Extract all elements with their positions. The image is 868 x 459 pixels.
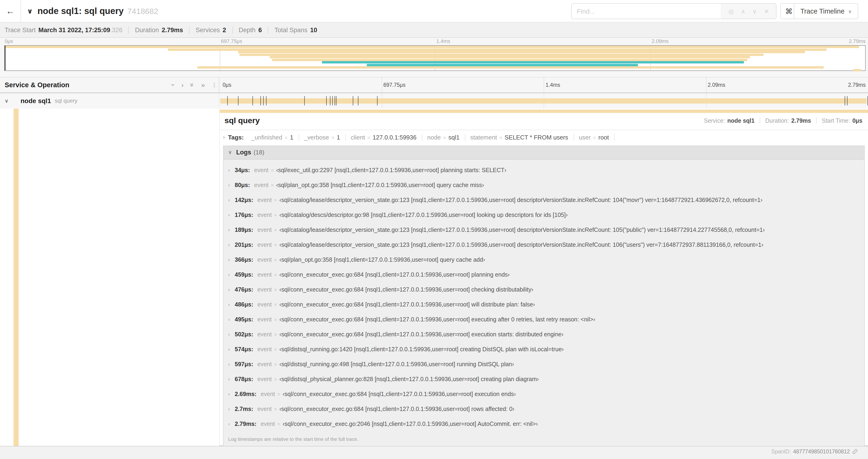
trace-name: node sql1: sql query: [37, 6, 124, 16]
log-field-key: event: [257, 331, 272, 337]
log-marker[interactable]: [332, 96, 333, 105]
log-entry-row[interactable]: › 476μs: event = ‹sql/conn_executor_exec…: [223, 282, 864, 297]
service-value: node sql1: [727, 117, 754, 124]
tags-summary-row[interactable]: › Tags: _unfinished = 1 _verbose =: [220, 130, 868, 144]
log-entry-row[interactable]: › 495μs: event = ‹sql/conn_executor_exec…: [223, 312, 864, 327]
log-entry-row[interactable]: › 201μs: event = ‹sql/catalog/lease/desc…: [223, 237, 864, 252]
minimap-span-bar: [367, 64, 638, 66]
tag-pill: _unfinished = 1: [246, 134, 299, 141]
collapse-all-double-chevron-down-icon[interactable]: »: [189, 83, 196, 87]
focus-target-icon[interactable]: ◎: [728, 8, 734, 15]
log-marker[interactable]: [334, 96, 335, 105]
tag-equals: =: [331, 135, 334, 140]
log-entry-row[interactable]: › 459μs: event = ‹sql/conn_executor_exec…: [223, 267, 864, 282]
log-entry-row[interactable]: › 80μs: event = ‹sql/plan_opt.go:358 [ns…: [223, 177, 864, 192]
log-entry-row[interactable]: › 574μs: event = ‹sql/distsql_running.go…: [223, 342, 864, 357]
log-field-key: event: [257, 197, 272, 203]
logs-title: Logs: [236, 149, 251, 156]
log-field-key: event: [257, 346, 272, 352]
log-field-key: event: [254, 182, 268, 188]
find-input[interactable]: [572, 4, 721, 19]
collapse-controls: › › » »: [172, 81, 205, 89]
log-marker[interactable]: [867, 96, 868, 105]
log-marker[interactable]: [263, 96, 264, 105]
span-id-label: SpanID:: [771, 449, 791, 454]
log-equals: =: [277, 391, 280, 397]
clear-search-icon[interactable]: ✕: [764, 8, 769, 15]
log-marker[interactable]: [238, 96, 239, 105]
header-bar: ← ∨ node sql1: sql query 7418682 ◎ ∧ ∨ ✕…: [0, 0, 868, 22]
view-selector-button[interactable]: Trace Timeline ∨: [794, 3, 858, 19]
back-button[interactable]: ←: [0, 0, 21, 22]
log-field-value: ‹sql/plan_opt.go:358 [nsql1,client=127.0…: [276, 182, 484, 188]
log-marker[interactable]: [358, 96, 359, 105]
log-entry-row[interactable]: › 34μs: event = ‹sql/exec_util.go:2297 […: [223, 163, 864, 177]
log-marker[interactable]: [266, 96, 267, 105]
next-match-chevron-down-icon[interactable]: ∨: [752, 8, 757, 15]
minimap-tick-label: 2.09ms: [652, 38, 669, 44]
log-marker[interactable]: [336, 96, 337, 105]
minimap-scrubber-handle[interactable]: [5, 46, 6, 70]
log-entry-row[interactable]: › 502μs: event = ‹sql/conn_executor_exec…: [223, 327, 864, 342]
tag-equals: =: [443, 135, 446, 140]
span-row-name-cell[interactable]: ∨ node sql1 sql query: [0, 93, 219, 108]
copy-link-icon[interactable]: [852, 449, 858, 454]
log-field-key: event: [257, 271, 272, 278]
log-timestamp: 2.7ms:: [235, 405, 253, 412]
start-time-value: 0μs: [852, 117, 862, 124]
log-marker[interactable]: [305, 96, 305, 105]
timeline-ruler: 0μs 697.75μs 1.4ms 2.09ms 2.79ms: [219, 77, 868, 92]
log-field-value: ‹sql/catalog/lease/descriptor_version_st…: [279, 226, 765, 233]
service-operation-title: Service & Operation: [5, 81, 69, 89]
log-entry-row[interactable]: › 2.79ms: event = ‹sql/conn_executor_exe…: [223, 416, 864, 431]
trace-start-label: Trace Start: [5, 26, 36, 33]
log-equals: =: [274, 242, 277, 248]
tags-label: Tags:: [228, 134, 244, 141]
chevron-right-icon: ›: [228, 421, 235, 426]
trace-start-fraction: .326: [110, 26, 123, 33]
services-label: Services: [196, 26, 220, 33]
prev-match-chevron-up-icon[interactable]: ∧: [741, 8, 745, 15]
log-entry-row[interactable]: › 486μs: event = ‹sql/conn_executor_exec…: [223, 297, 864, 312]
tag-equals: =: [593, 135, 596, 140]
span-row-timeline-cell[interactable]: [219, 93, 868, 108]
divider: [816, 118, 817, 124]
log-field-key: event: [257, 405, 272, 412]
divider: [760, 118, 760, 124]
log-marker[interactable]: [353, 96, 353, 105]
log-timestamp: 678μs:: [235, 376, 253, 382]
minimap-canvas[interactable]: [4, 45, 866, 71]
tag-value: SELECT * FROM users: [505, 134, 568, 141]
log-entry-row[interactable]: › 142μs: event = ‹sql/catalog/lease/desc…: [223, 192, 864, 207]
collapse-chevron-down-icon[interactable]: ∨: [5, 98, 21, 104]
expand-one-chevron-right-icon[interactable]: ›: [181, 81, 183, 89]
log-marker[interactable]: [227, 96, 228, 105]
log-marker[interactable]: [845, 96, 845, 105]
expand-all-double-chevron-right-icon[interactable]: »: [201, 81, 205, 89]
detail-header: sql query Service: node sql1 Duration: 2…: [220, 113, 868, 129]
log-marker[interactable]: [260, 96, 260, 105]
logs-header[interactable]: ∨ Logs (18): [223, 146, 864, 159]
log-marker[interactable]: [847, 96, 847, 105]
log-marker[interactable]: [330, 96, 331, 105]
chevron-down-icon: ∨: [228, 149, 232, 155]
log-entry-row[interactable]: › 678μs: event = ‹sql/distsql_physical_p…: [223, 371, 864, 387]
minimap-span-bar: [240, 54, 764, 56]
log-equals: =: [274, 331, 277, 337]
log-entry-row[interactable]: › 2.7ms: event = ‹sql/conn_executor_exec…: [223, 401, 864, 416]
log-entry-row[interactable]: › 2.69ms: event = ‹sql/conn_executor_exe…: [223, 387, 864, 401]
log-marker[interactable]: [252, 96, 253, 105]
tag-value: 1: [290, 134, 293, 141]
log-entry-row[interactable]: › 597μs: event = ‹sql/distsql_running.go…: [223, 357, 864, 371]
log-marker[interactable]: [326, 96, 327, 105]
log-entry-row[interactable]: › 189μs: event = ‹sql/catalog/lease/desc…: [223, 222, 864, 237]
chevron-right-icon: ›: [228, 376, 235, 382]
trace-collapse-chevron-icon[interactable]: ∨: [27, 7, 33, 15]
log-entry-row[interactable]: › 176μs: event = ‹sql/catalog/descs/desc…: [223, 207, 864, 222]
column-resize-grip[interactable]: ∥: [213, 82, 216, 88]
collapse-one-chevron-down-icon[interactable]: ›: [169, 84, 177, 86]
log-marker[interactable]: [377, 96, 377, 105]
log-entry-row[interactable]: › 366μs: event = ‹sql/plan_opt.go:358 [n…: [223, 252, 864, 267]
span-row-node-sql1[interactable]: ∨ node sql1 sql query: [0, 93, 868, 108]
command-icon: ⌘: [785, 7, 793, 15]
